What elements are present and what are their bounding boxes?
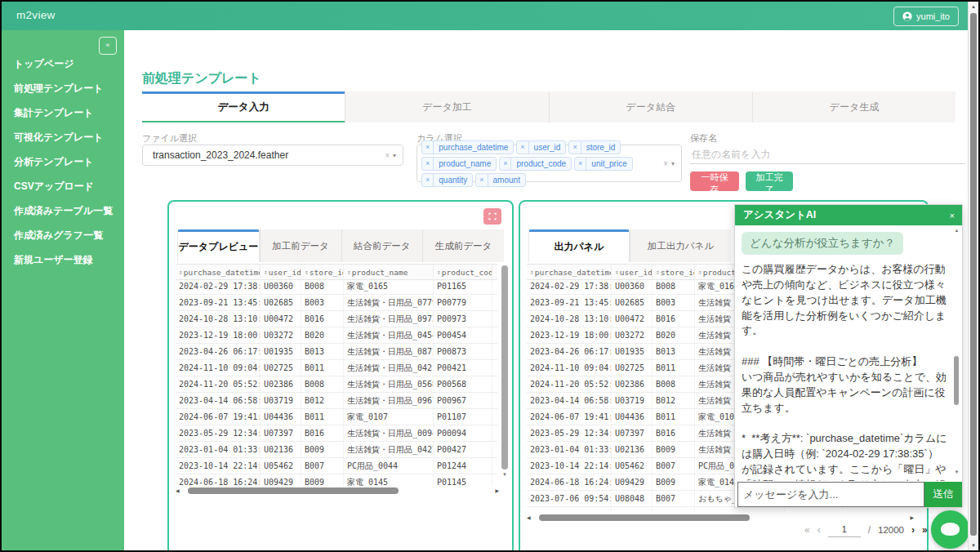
remove-tag-icon[interactable]: ×	[422, 158, 434, 170]
table-header: purchase_datetimeuser_idstore_idproduct_…	[176, 264, 497, 280]
tab-data-preview[interactable]: データプレビュー	[177, 229, 260, 262]
table-horizontal-scrollbar[interactable]: ◀ ▶	[174, 487, 501, 494]
tab-output-panel[interactable]: 出力パネル	[528, 229, 630, 262]
scroll-up-icon[interactable]: ▲	[953, 228, 960, 233]
scrollbar-thumb[interactable]	[539, 514, 750, 521]
message-input[interactable]	[737, 482, 924, 507]
tab-data-input[interactable]: データ入力	[142, 91, 345, 122]
sidebar-item[interactable]: 新規ユーザー登録	[2, 247, 124, 272]
sidebar-item[interactable]: 前処理テンプレート	[2, 76, 124, 100]
scroll-down-icon[interactable]: ▼	[969, 543, 978, 548]
sidebar-item[interactable]: 集計テンプレート	[2, 100, 124, 125]
tab-pre-processing-data[interactable]: 加工前データ	[260, 229, 341, 262]
scroll-left-icon[interactable]: ◀	[174, 487, 181, 493]
column-header-purchase_datetime[interactable]: purchase_datetime	[527, 265, 612, 279]
page-scrollbar-thumb[interactable]	[970, 13, 977, 536]
process-complete-button[interactable]: 加工完了	[746, 171, 793, 191]
sidebar-item[interactable]: CSVアップロード	[2, 174, 124, 198]
column-header-user_id[interactable]: user_id	[261, 265, 301, 279]
remove-tag-icon[interactable]: ×	[575, 158, 586, 170]
table-cell: B012	[301, 393, 344, 408]
table-cell: U02136	[612, 442, 653, 457]
scroll-down-icon[interactable]: ▼	[501, 472, 508, 477]
chevron-down-icon[interactable]: ▾	[393, 152, 403, 159]
table-cell: 生活雑貨・日用品_0873	[344, 344, 434, 359]
table-cell: 2023-12-19 18:00:05	[527, 327, 612, 343]
page-number-input[interactable]	[828, 522, 861, 537]
sidebar-item[interactable]: 作成済みテーブル一覧	[2, 198, 124, 223]
remove-tag-icon[interactable]: ×	[422, 141, 434, 154]
sidebar-item[interactable]: トップページ	[2, 51, 124, 76]
table-cell: U04436	[261, 409, 301, 425]
table-cell: P01107	[434, 409, 492, 425]
column-header-product_name[interactable]: product_name	[344, 265, 434, 279]
table-cell: B008	[301, 376, 344, 392]
table-cell: B011	[653, 409, 695, 425]
column-header-store_id[interactable]: store_id	[653, 265, 695, 279]
send-button[interactable]: 送信	[924, 482, 962, 507]
column-select[interactable]: ×purchase_datetime×user_id×store_id×prod…	[416, 145, 682, 182]
tab-data-generation[interactable]: データ生成	[752, 91, 956, 122]
scrollbar-thumb[interactable]	[501, 265, 508, 470]
table-cell: 生活雑貨・日用品_0973	[344, 311, 434, 327]
table-vertical-scrollbar[interactable]: ▼	[501, 265, 508, 477]
table-horizontal-scrollbar[interactable]: ◀ ▶	[525, 514, 915, 521]
column-header-product_code[interactable]: product_code	[434, 265, 492, 279]
sidebar-item[interactable]: 可視化テンプレート	[2, 125, 124, 149]
table-cell: P01145	[434, 474, 492, 486]
save-name-input[interactable]	[690, 145, 965, 164]
column-header-user_id[interactable]: user_id	[612, 265, 653, 279]
user-menu-button[interactable]: yumi_ito	[893, 7, 959, 26]
preview-panel-tabs: データプレビュー 加工前データ 結合前データ 生成前データ	[177, 229, 504, 262]
scrollbar-thumb[interactable]	[188, 487, 399, 494]
assistant-scrollbar[interactable]: ▲ ▼	[953, 228, 960, 474]
scrollbar-thumb[interactable]	[954, 356, 959, 405]
remove-tag-icon[interactable]: ×	[517, 141, 528, 154]
scroll-up-icon[interactable]: ▲	[969, 4, 978, 9]
table-cell: B007	[653, 491, 695, 506]
clear-icon[interactable]: ×	[381, 151, 393, 160]
temp-save-button[interactable]: 一時保存	[690, 171, 739, 191]
remove-tag-icon[interactable]: ×	[500, 158, 511, 170]
assistant-header[interactable]: アシスタントAI ×	[735, 205, 962, 225]
sidebar-collapse-button[interactable]: «	[99, 37, 117, 55]
table-cell: 2023-05-29 12:34:03	[176, 425, 261, 441]
scroll-right-icon[interactable]: ▶	[493, 487, 501, 493]
column-header-purchase_datetime[interactable]: purchase_datetime	[176, 265, 261, 279]
tab-data-join[interactable]: データ結合	[549, 91, 752, 122]
column-header-store_id[interactable]: store_id	[301, 265, 344, 279]
close-icon[interactable]: ×	[942, 211, 962, 220]
column-tag-label: user_id	[529, 141, 566, 154]
scroll-left-icon[interactable]: ◀	[525, 514, 532, 520]
page-separator: /	[868, 524, 871, 536]
save-name-label: 保存名	[690, 132, 717, 145]
remove-tag-icon[interactable]: ×	[422, 174, 434, 186]
scroll-down-icon[interactable]: ▼	[953, 470, 960, 474]
chevron-down-icon[interactable]: ▾	[671, 160, 681, 167]
remove-tag-icon[interactable]: ×	[569, 141, 581, 154]
expand-button[interactable]	[483, 208, 501, 225]
tab-pre-join-data[interactable]: 結合前データ	[341, 229, 423, 262]
sidebar-item[interactable]: 作成済みグラフ一覧	[2, 223, 124, 247]
scroll-right-icon[interactable]: ▶	[908, 514, 915, 520]
page-scrollbar[interactable]: ▲ ▼	[968, 2, 978, 550]
remove-tag-icon[interactable]: ×	[476, 174, 488, 186]
next-page-button[interactable]: ›	[911, 524, 915, 536]
last-page-button[interactable]: »	[922, 524, 928, 536]
tab-data-processing[interactable]: データ加工	[345, 91, 548, 122]
prev-page-button[interactable]: ‹	[817, 524, 821, 536]
tab-pre-generation-data[interactable]: 生成前データ	[422, 229, 504, 262]
chat-fab-button[interactable]	[931, 510, 969, 549]
table-cell: P00967	[434, 393, 492, 408]
tab-processing-output-panel[interactable]: 加工出力パネル	[630, 229, 731, 262]
table-cell: P00973	[434, 311, 492, 327]
table-cell: B008	[653, 376, 695, 392]
table-cell: 2023-07-06 09:54:36	[527, 491, 612, 506]
assistant-ai-panel: アシスタントAI × どんな分析が役立ちますか？ この購買履歴データからは、お客…	[734, 204, 963, 508]
table-cell: U01935	[612, 344, 653, 359]
first-page-button[interactable]: «	[804, 524, 810, 536]
table-cell: 2024-02-29 17:38:35	[176, 278, 261, 294]
clear-all-icon[interactable]: ×	[660, 159, 671, 168]
file-select[interactable]: transaction_2023_2024.feather × ▾	[142, 145, 403, 166]
sidebar-item[interactable]: 分析テンプレート	[2, 149, 124, 174]
